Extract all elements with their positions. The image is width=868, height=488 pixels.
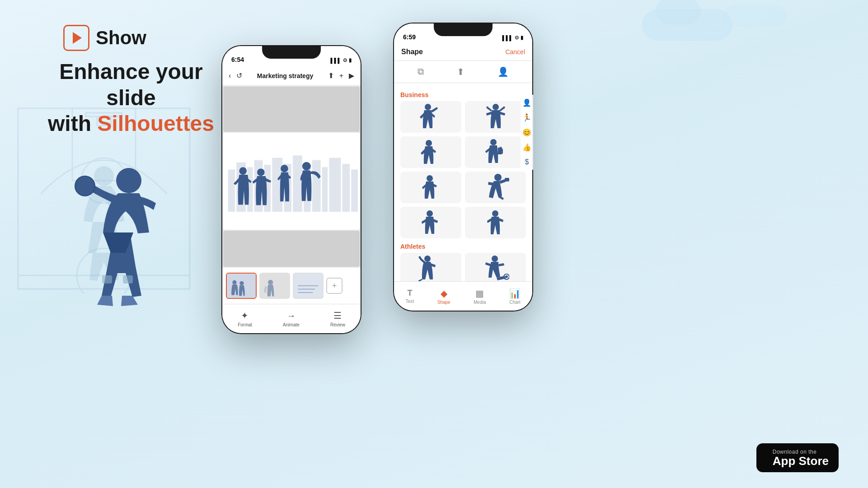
shape-cell-2[interactable] — [465, 101, 526, 133]
format-tab[interactable]: ✦ Format — [238, 310, 252, 327]
shape-panel-title: Shape — [401, 48, 423, 56]
cloud-decoration-1 — [642, 9, 732, 41]
text-tab-icon: T — [407, 288, 412, 298]
time-left: 6:54 — [231, 56, 244, 63]
add-slide-button[interactable]: + — [326, 278, 343, 294]
shape-tab-person[interactable]: 👤 — [493, 65, 513, 79]
shape-bottom-tab[interactable]: ◆ Shape — [437, 288, 450, 305]
svg-point-41 — [425, 104, 431, 110]
format-label: Format — [238, 322, 252, 327]
media-tab-icon: ▦ — [475, 288, 484, 299]
text-bottom-tab[interactable]: T Text — [406, 288, 414, 304]
chart-tab-label: Chart — [509, 300, 520, 305]
add-icon[interactable]: + — [339, 72, 343, 80]
play-icon[interactable]: ▶ — [349, 71, 354, 80]
athlete-cell-2[interactable] — [465, 253, 526, 281]
animate-tab[interactable]: → Animate — [283, 311, 300, 327]
face-icon: 😊 — [522, 128, 531, 137]
time-right: 6:59 — [403, 33, 416, 41]
media-bottom-tab[interactable]: ▦ Media — [474, 288, 486, 305]
svg-point-36 — [268, 280, 273, 285]
shape-top-tabs: ⧉ ⬆ 👤 — [394, 61, 532, 83]
svg-point-43 — [426, 140, 432, 146]
shape-cell-8[interactable] — [465, 207, 526, 238]
app-logo: Show — [63, 25, 146, 51]
athletes-shapes-grid — [400, 253, 526, 281]
badge-bottom-text: App Store — [773, 455, 829, 467]
status-icons-left: ▌▌▌ ⊙ ▮ — [331, 57, 352, 63]
runner-icon: 🏃 — [522, 113, 531, 122]
wifi-icon-right: ⊙ — [515, 35, 519, 41]
back-icon[interactable]: ‹ — [229, 72, 231, 80]
media-tab-label: Media — [474, 300, 486, 305]
phone-left-screen: 6:54 ▌▌▌ ⊙ ▮ ‹ ↺ Marketing strategy ⬆ + … — [222, 46, 361, 333]
slide-title: Marketing strategy — [257, 72, 313, 79]
shape-tab-icon: ◆ — [441, 288, 447, 299]
headline-line1: Enhance your slide — [59, 60, 202, 110]
slide-canvas-area — [222, 86, 361, 268]
status-icons-right: ▌▌▌ ⊙ ▮ — [502, 35, 523, 41]
headline-line2: with — [48, 112, 97, 135]
svg-point-29 — [257, 168, 265, 176]
phone-notch — [262, 45, 321, 59]
shape-cell-1[interactable] — [400, 101, 461, 133]
svg-point-34 — [239, 281, 244, 285]
app-store-badge[interactable]: Download on the App Store — [756, 443, 839, 472]
shape-cell-7[interactable] — [400, 207, 461, 238]
shape-tab-up[interactable]: ⬆ — [452, 65, 469, 79]
editor-toolbar: ‹ ↺ Marketing strategy ⬆ + ▶ — [222, 66, 361, 86]
svg-rect-14 — [228, 169, 235, 212]
phone-right-frame: 6:59 ▌▌▌ ⊙ ▮ Shape Cancel ⧉ ⬆ 👤 Busin — [393, 23, 533, 311]
animate-icon: → — [286, 311, 296, 321]
business-shapes-grid — [400, 101, 526, 238]
animate-label: Animate — [283, 322, 300, 327]
cloud-decoration-2 — [723, 5, 787, 27]
undo-icon[interactable]: ↺ — [236, 71, 242, 80]
svg-rect-45 — [498, 149, 503, 154]
share-icon[interactable]: ⬆ — [328, 71, 334, 80]
review-tab[interactable]: ☰ Review — [330, 310, 345, 327]
basketball-player — [54, 144, 172, 307]
shape-cell-5[interactable] — [400, 172, 461, 203]
svg-point-31 — [302, 162, 311, 171]
svg-rect-49 — [505, 178, 509, 181]
phone-left: 6:54 ▌▌▌ ⊙ ▮ ‹ ↺ Marketing strategy ⬆ + … — [221, 45, 361, 334]
format-icon: ✦ — [241, 310, 249, 321]
athlete-cell-1[interactable] — [400, 253, 461, 281]
phone-right-notch — [434, 23, 493, 36]
logo-icon — [63, 25, 89, 51]
toolbar-left-icons: ‹ ↺ — [229, 71, 242, 80]
battery-icon: ▮ — [349, 57, 352, 63]
review-label: Review — [330, 322, 345, 327]
slide-thumb-3[interactable] — [293, 273, 324, 299]
svg-point-8 — [116, 168, 141, 193]
shape-panel-content: Business — [394, 83, 532, 281]
shape-cell-3[interactable] — [400, 136, 461, 168]
svg-rect-26 — [342, 164, 350, 212]
shape-tab-copy[interactable]: ⧉ — [413, 65, 428, 79]
review-icon: ☰ — [333, 310, 342, 321]
slide-thumb-1[interactable] — [226, 273, 257, 299]
svg-point-30 — [281, 165, 288, 172]
svg-rect-21 — [293, 155, 302, 212]
play-icon — [73, 32, 82, 44]
shape-cell-4[interactable] — [465, 136, 526, 168]
shape-panel-header: Shape Cancel — [394, 43, 532, 61]
slide-thumb-2[interactable] — [259, 273, 290, 299]
slide-thumbnail-strip: + — [222, 268, 361, 304]
svg-point-47 — [427, 175, 433, 181]
shape-tab-label: Shape — [437, 300, 450, 305]
toolbar-right-icons: ⬆ + ▶ — [328, 71, 354, 80]
bottom-toolbar-left: ✦ Format → Animate ☰ Review — [222, 304, 361, 333]
shape-cancel-button[interactable]: Cancel — [505, 48, 525, 56]
app-name: Show — [96, 27, 146, 49]
svg-rect-12 — [123, 275, 133, 284]
svg-point-44 — [490, 139, 497, 145]
text-tab-label: Text — [406, 299, 414, 304]
svg-rect-27 — [351, 169, 358, 212]
svg-rect-24 — [322, 167, 328, 212]
chart-bottom-tab[interactable]: 📊 Chart — [509, 288, 521, 305]
shape-cell-6[interactable] — [465, 172, 526, 203]
phone-right-screen: 6:59 ▌▌▌ ⊙ ▮ Shape Cancel ⧉ ⬆ 👤 Busin — [394, 23, 532, 311]
phone-left-frame: 6:54 ▌▌▌ ⊙ ▮ ‹ ↺ Marketing strategy ⬆ + … — [221, 45, 361, 334]
